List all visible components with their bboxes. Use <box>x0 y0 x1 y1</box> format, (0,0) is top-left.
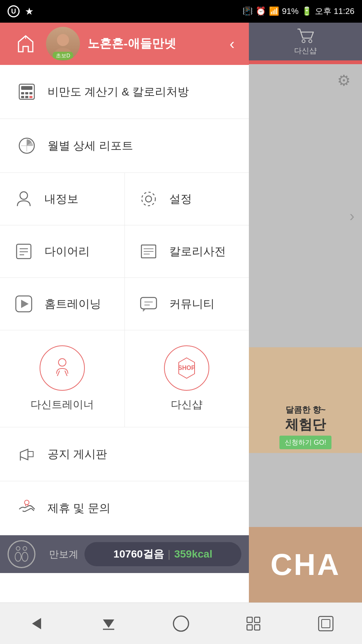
drawer-menu: 초보D 노혼혼-애들만넷 ‹ 비만도 계산기 & 칼로리처방 <box>0 23 249 644</box>
report-icon <box>14 132 40 159</box>
svg-rect-46 <box>247 617 252 622</box>
alarm-icon: ⏰ <box>256 6 266 16</box>
sidebar-item-settings[interactable]: 설정 <box>125 173 249 225</box>
menu-row-diary-calorie: 다이어리 칼로리사전 <box>0 225 249 278</box>
sidebar-item-notice-board[interactable]: 공지 게시판 <box>0 427 249 481</box>
menu-row-info-settings: 내정보 설정 <box>0 173 249 225</box>
back-button[interactable]: ‹ <box>226 35 238 52</box>
drawer-header: 초보D 노혼혼-애들만넷 ‹ <box>0 23 249 65</box>
svg-point-35 <box>25 500 29 505</box>
nav-recent-button[interactable] <box>303 609 348 639</box>
bottom-navigation <box>0 602 362 644</box>
status-right-icons: 📳 ⏰ 📶 91% 🔋 오후 11:26 <box>242 6 354 17</box>
sidebar-item-my-info[interactable]: 내정보 <box>0 173 125 225</box>
person-svg <box>14 190 33 208</box>
svg-marker-25 <box>21 300 29 308</box>
vibrate-icon: 📳 <box>242 6 253 16</box>
home-icon <box>15 34 36 54</box>
sidebar-item-partnership[interactable]: 제휴 및 문의 <box>0 481 249 535</box>
pedometer-bar[interactable]: 만보계 10760걸음 | 359kcal <box>0 535 249 573</box>
battery-icon: 🔋 <box>302 6 312 16</box>
nav-menu-icon <box>244 614 263 633</box>
clock-time: 오후 11:26 <box>315 6 354 17</box>
person-icon <box>11 186 37 212</box>
diary-label: 다이어리 <box>44 244 90 259</box>
bg-banner-text1: 달콤한 향~ <box>285 404 326 416</box>
nav-back-icon <box>27 614 46 633</box>
svg-point-15 <box>142 192 155 206</box>
svg-rect-47 <box>255 617 260 622</box>
sidebar-item-home-training[interactable]: 홈트레이닝 <box>0 278 125 330</box>
nav-down-icon <box>99 614 118 633</box>
sidebar-item-monthly-report[interactable]: 월별 상세 리포트 <box>0 119 249 173</box>
svg-point-41 <box>309 40 312 43</box>
trainer-icon <box>40 345 85 391</box>
handshake-icon <box>14 495 40 521</box>
dashin-trainer-label: 다신트레이너 <box>31 397 94 412</box>
bg-settings-icon: ⚙ <box>337 72 351 89</box>
gear-icon <box>135 186 162 212</box>
svg-point-14 <box>146 196 152 202</box>
svg-point-0 <box>57 34 69 46</box>
partnership-label: 제휴 및 문의 <box>48 501 110 516</box>
sidebar-item-bmi-calculator[interactable]: 비만도 계산기 & 칼로리처방 <box>0 65 249 119</box>
calorie-dict-label: 칼로리사전 <box>169 244 226 259</box>
svg-rect-51 <box>322 619 330 628</box>
svg-point-36 <box>16 547 20 550</box>
notice-board-label: 공지 게시판 <box>48 447 107 462</box>
pedometer-label: 만보계 <box>49 548 78 561</box>
bg-banner-btn: 신청하기 GO! <box>279 436 331 449</box>
notice-icon <box>14 441 40 467</box>
nav-down-button[interactable] <box>86 609 131 639</box>
nav-back-button[interactable] <box>14 609 59 639</box>
sidebar-item-dashin-trainer[interactable]: 다신트레이너 <box>0 330 125 427</box>
svg-point-39 <box>22 552 28 561</box>
diary-icon <box>11 238 37 265</box>
handshake-svg <box>17 499 36 518</box>
nav-home-button[interactable] <box>158 609 204 639</box>
u-logo-icon: U <box>8 5 20 17</box>
sidebar-item-community[interactable]: 커뮤니티 <box>125 278 249 330</box>
community-label: 커뮤니티 <box>169 296 215 312</box>
pedometer-steps: 10760걸음 <box>114 547 164 561</box>
svg-point-37 <box>23 547 27 550</box>
nav-menu-button[interactable] <box>231 609 276 639</box>
svg-rect-4 <box>21 92 24 94</box>
cart-icon <box>296 28 315 44</box>
sidebar-item-calorie-dict[interactable]: 칼로리사전 <box>125 225 249 277</box>
svg-marker-29 <box>143 309 146 312</box>
diary-svg <box>14 242 33 261</box>
star-icon: ★ <box>25 6 34 17</box>
menu-container: 비만도 계산기 & 칼로리처방 월별 상세 리포트 <box>0 65 249 644</box>
chat-icon <box>135 291 162 317</box>
sidebar-item-diary[interactable]: 다이어리 <box>0 225 125 277</box>
shop-svg: SHOP <box>173 355 200 381</box>
home-button[interactable] <box>11 29 41 59</box>
svg-point-13 <box>20 192 28 199</box>
svg-rect-9 <box>29 96 32 98</box>
svg-text:SHOP: SHOP <box>178 365 196 371</box>
settings-label: 설정 <box>169 191 192 207</box>
nav-recent-icon <box>316 614 335 633</box>
svg-rect-33 <box>28 451 33 457</box>
svg-point-45 <box>173 616 189 631</box>
svg-point-40 <box>302 40 305 43</box>
sidebar-item-dashin-shop[interactable]: SHOP 다신샵 <box>125 330 249 427</box>
svg-point-30 <box>58 359 66 366</box>
calc-svg <box>17 82 36 101</box>
report-svg <box>17 136 36 155</box>
svg-rect-26 <box>141 297 156 309</box>
beginner-badge: 초보D <box>53 52 73 60</box>
calculator-icon <box>14 79 40 105</box>
svg-rect-5 <box>25 92 28 94</box>
my-info-label: 내정보 <box>44 191 78 207</box>
home-training-label: 홈트레이닝 <box>44 296 101 312</box>
bg-arrow-right-icon: › <box>350 208 354 225</box>
pedometer-data: 10760걸음 | 359kcal <box>84 542 241 566</box>
shop-cart-area[interactable]: 다신샵 <box>249 23 362 60</box>
shop-icon: SHOP <box>164 345 209 391</box>
pedometer-kcal: 359kcal <box>174 548 212 560</box>
notice-svg <box>17 445 36 464</box>
svg-marker-42 <box>32 618 41 629</box>
shop-cart-label: 다신샵 <box>294 46 317 56</box>
